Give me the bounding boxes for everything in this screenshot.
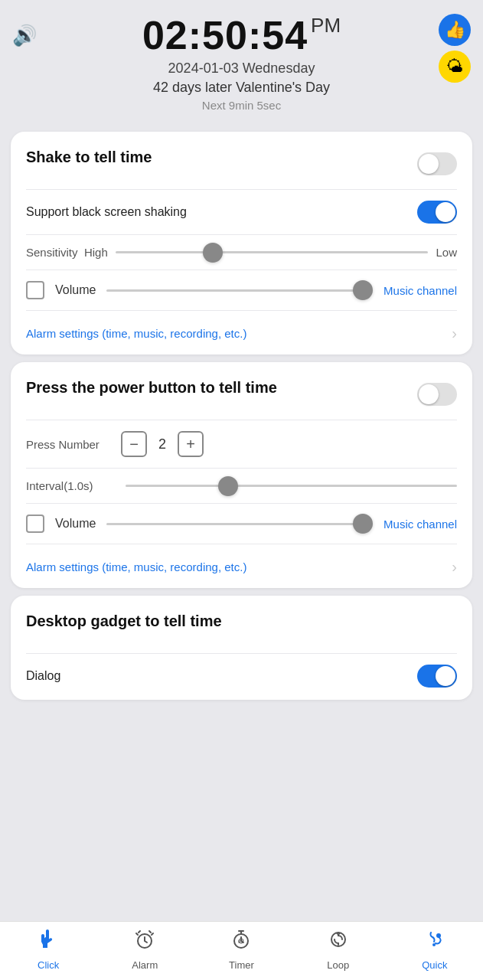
- press-number-row: Press Number − 2 +: [26, 431, 457, 457]
- sensitivity-slider-track[interactable]: [116, 251, 429, 253]
- press-number-stepper: − 2 +: [121, 431, 204, 457]
- sensitivity-slider-thumb[interactable]: [203, 243, 223, 263]
- time-text: 02:50:54: [142, 13, 308, 57]
- nav-click[interactable]: Click: [18, 928, 79, 971]
- press-number-value: 2: [155, 436, 170, 452]
- support-label: Support black screen shaking: [26, 205, 187, 219]
- interval-row: Interval(1.0s): [26, 479, 457, 492]
- timer-label: Timer: [229, 959, 254, 971]
- power-volume-label: Volume: [55, 517, 96, 531]
- shake-music-channel[interactable]: Music channel: [383, 284, 457, 297]
- power-volume-row: Volume Music channel: [26, 514, 457, 533]
- nav-timer[interactable]: 05 Timer: [210, 928, 272, 971]
- dialog-label: Dialog: [26, 669, 60, 683]
- quick-icon: [423, 928, 446, 956]
- loop-label: Loop: [327, 959, 349, 971]
- shake-title-row: Shake to tell time: [26, 149, 457, 178]
- power-alarm-link-row[interactable]: Alarm settings (time, music, recording, …: [26, 555, 457, 576]
- nav-loop[interactable]: Loop: [308, 928, 369, 971]
- shake-alarm-link: Alarm settings (time, music, recording, …: [26, 327, 246, 340]
- sensitivity-low: Low: [436, 246, 457, 259]
- interval-slider-thumb[interactable]: [218, 476, 238, 496]
- power-title: Press the power button to tell time: [26, 379, 277, 397]
- shake-volume-checkbox[interactable]: [26, 281, 44, 299]
- power-alarm-chevron: ›: [452, 558, 457, 576]
- power-toggle[interactable]: [417, 383, 457, 406]
- sensitivity-high: High: [84, 246, 108, 259]
- like-badge[interactable]: 👍: [439, 14, 471, 46]
- desktop-title-row: Desktop gadget to tell time: [26, 612, 457, 642]
- nav-alarm[interactable]: Alarm: [114, 928, 175, 971]
- dialog-row: Dialog: [26, 665, 457, 688]
- interval-slider-track[interactable]: [126, 485, 457, 487]
- valentine-text: 42 days later Valentine's Day: [12, 80, 471, 96]
- desktop-card: Desktop gadget to tell time Dialog: [11, 596, 472, 700]
- click-label: Click: [38, 959, 59, 971]
- shake-title: Shake to tell time: [26, 149, 152, 166]
- interval-label: Interval(1.0s): [26, 479, 118, 492]
- power-music-channel[interactable]: Music channel: [383, 518, 457, 531]
- dialog-toggle[interactable]: [417, 665, 457, 688]
- sensitivity-row: Sensitivity High Low: [26, 246, 457, 259]
- power-alarm-link: Alarm settings (time, music, recording, …: [26, 560, 246, 573]
- alarm-label: Alarm: [132, 959, 158, 971]
- power-card: Press the power button to tell time Pres…: [11, 362, 472, 588]
- power-volume-thumb[interactable]: [353, 514, 373, 534]
- click-icon: [37, 928, 60, 956]
- shake-volume-thumb[interactable]: [353, 280, 373, 300]
- nav-quick[interactable]: Quick: [404, 928, 465, 971]
- shake-volume-label: Volume: [55, 283, 96, 297]
- sensitivity-label: Sensitivity High: [26, 246, 108, 259]
- next-text: Next 9min 5sec: [12, 99, 471, 112]
- shake-toggle[interactable]: [417, 152, 457, 175]
- support-row: Support black screen shaking: [26, 201, 457, 224]
- press-number-label: Press Number: [26, 438, 110, 451]
- timer-icon: 05: [230, 928, 253, 956]
- header-icons: 👍 🌤: [439, 14, 471, 83]
- shake-alarm-link-row[interactable]: Alarm settings (time, music, recording, …: [26, 322, 457, 342]
- alarm-icon: [133, 928, 156, 956]
- header: 🔊 02:50:54PM ⋮ 👍 🌤 2024-01-03 Wednesday …: [0, 0, 483, 124]
- support-toggle[interactable]: [417, 201, 457, 224]
- shake-volume-row: Volume Music channel: [26, 281, 457, 299]
- volume-icon: 🔊: [12, 24, 37, 47]
- weather-badge[interactable]: 🌤: [439, 51, 471, 83]
- power-volume-slider-track[interactable]: [106, 523, 373, 525]
- ampm-text: PM: [311, 14, 341, 37]
- loop-icon: [327, 928, 350, 956]
- quick-label: Quick: [422, 959, 447, 971]
- shake-volume-slider-track[interactable]: [106, 289, 373, 292]
- desktop-title: Desktop gadget to tell time: [26, 612, 222, 630]
- press-number-increment[interactable]: +: [178, 431, 204, 457]
- time-display: 02:50:54PM: [142, 14, 341, 57]
- shake-card: Shake to tell time Support black screen …: [11, 132, 472, 354]
- power-volume-checkbox[interactable]: [26, 514, 44, 533]
- svg-point-6: [432, 943, 436, 946]
- power-title-row: Press the power button to tell time: [26, 379, 457, 409]
- svg-text:05: 05: [238, 939, 243, 944]
- bottom-nav: Click Alarm 05 Timer: [0, 921, 483, 980]
- press-number-decrement[interactable]: −: [121, 431, 147, 457]
- date-text: 2024-01-03 Wednesday: [12, 60, 471, 77]
- shake-alarm-chevron: ›: [452, 325, 457, 342]
